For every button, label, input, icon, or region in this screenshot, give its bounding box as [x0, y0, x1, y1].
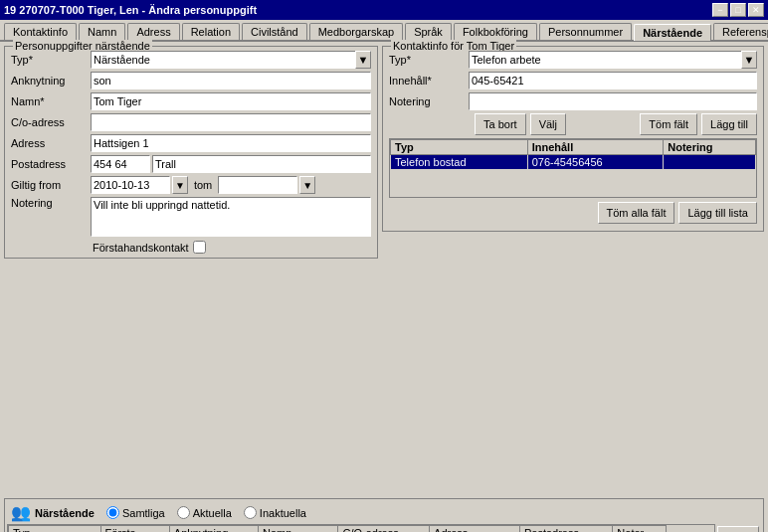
narstående-label: Närstående [35, 507, 95, 519]
right-notering-input[interactable] [469, 92, 757, 110]
namn-label: Namn* [11, 95, 91, 107]
from-date-input[interactable] [91, 176, 170, 194]
narstående-title-row: 👥 Närstående [11, 503, 95, 522]
postadress-row: Postadress [11, 155, 371, 173]
to-date-picker-button[interactable]: ▼ [299, 176, 315, 194]
col-adress: Adress [430, 526, 520, 533]
right-notering-label: Notering [389, 95, 469, 107]
narstående-header: 👥 Närstående Samtliga Aktuella Inaktuell… [7, 501, 761, 524]
bottom-buttons: Töm alla fält Lägg till lista [389, 202, 757, 224]
tom-falt-button[interactable]: Töm fält [640, 113, 697, 135]
right-typ-select-wrapper: Telefon arbete Telefon bostad Mobil E-po… [469, 51, 757, 69]
city-input[interactable] [152, 155, 371, 173]
tab-namn[interactable]: Namn [79, 23, 125, 40]
contact-table-container: Typ Innehåll Notering Telefon bostad 076… [389, 138, 757, 198]
lagg-till-lista-button[interactable]: Lägg till lista [678, 202, 757, 224]
co-adress-label: C/o-adress [11, 116, 91, 128]
window-title: 19 270707-T000 Tiger, Len - Ändra person… [4, 4, 257, 16]
giltig-from-row: Giltig from ▼ tom ▼ [11, 176, 371, 194]
forstahandskontakt-checkbox[interactable] [193, 241, 206, 254]
co-adress-input[interactable] [91, 113, 371, 131]
narstående-table: Typ Första... Anknytning Namn C/O-adress… [8, 525, 667, 532]
tab-medborgarskap[interactable]: Medborgarskap [309, 23, 403, 40]
narstående-valj-button[interactable]: Välj [717, 526, 759, 532]
tab-kontaktinfo[interactable]: Kontaktinfo [4, 23, 77, 40]
radio-inaktuella[interactable]: Inaktuella [244, 506, 306, 519]
forstahandskontakt-label: Förstahandskontakt [93, 242, 189, 254]
innehall-row: Innehåll* [389, 72, 757, 89]
radio-samtliga[interactable]: Samtliga [106, 506, 165, 519]
namn-row: Namn* [11, 92, 371, 110]
right-typ-label: Typ* [389, 54, 469, 66]
typ-row: Typ* Närstående Kontakt Annan ▼ [11, 51, 371, 69]
contact-col-notering: Notering [664, 140, 756, 155]
narstående-icon: 👥 [11, 503, 31, 522]
tab-sprak[interactable]: Språk [405, 23, 452, 40]
contact-action-buttons: Ta bort Välj Töm fält Lägg till [389, 113, 757, 135]
ta-bort-button[interactable]: Ta bort [475, 113, 526, 135]
contact-col-innehall: Innehåll [527, 140, 664, 155]
giltig-from-label: Giltig from [11, 179, 91, 191]
title-bar: 19 270707-T000 Tiger, Len - Ändra person… [0, 0, 768, 20]
right-typ-select[interactable]: Telefon arbete Telefon bostad Mobil E-po… [469, 51, 757, 69]
tom-alla-falt-button[interactable]: Töm alla fält [598, 202, 675, 224]
typ-select-wrapper: Närstående Kontakt Annan ▼ [91, 51, 371, 69]
notering-label: Notering [11, 197, 91, 209]
tab-narstående[interactable]: Närstående [634, 24, 711, 41]
to-date-input[interactable] [218, 176, 297, 194]
narstående-scroll-area[interactable]: Typ Första... Anknytning Namn C/O-adress… [7, 524, 715, 532]
left-panel: Personuppgifter närstående Typ* Närståen… [4, 46, 378, 494]
anknytning-input[interactable] [91, 72, 371, 89]
tab-personnummer[interactable]: Personnummer [539, 23, 632, 40]
radio-samtliga-label: Samtliga [122, 507, 165, 519]
contact-innehall-cell: 076-45456456 [527, 155, 664, 170]
co-adress-row: C/o-adress [11, 113, 371, 131]
radio-aktuella-label: Aktuella [193, 507, 232, 519]
main-content: Personuppgifter närstående Typ* Närståen… [0, 42, 768, 498]
tabs-bar: Kontaktinfo Namn Adress Relation Civilst… [0, 20, 768, 42]
radio-aktuella[interactable]: Aktuella [177, 506, 232, 519]
col-postadress: Postadress [519, 526, 612, 533]
postcode-input[interactable] [91, 155, 150, 173]
anknytning-label: Anknytning [11, 75, 91, 87]
contact-col-typ: Typ [391, 140, 528, 155]
notering-textarea[interactable]: Vill inte bli uppringd nattetid. [91, 197, 371, 237]
col-typ: Typ [9, 526, 101, 533]
tab-referensperson[interactable]: Referensperson [713, 23, 768, 40]
adress-row: Adress [11, 134, 371, 152]
tab-folkbokforing[interactable]: Folkbokföring [454, 23, 537, 40]
adress-input[interactable] [91, 134, 371, 152]
tab-relation[interactable]: Relation [182, 23, 240, 40]
date-row: ▼ tom ▼ [91, 176, 315, 194]
personuppgifter-group: Personuppgifter närstående Typ* Närståen… [4, 46, 378, 259]
innehall-input[interactable] [469, 72, 757, 89]
bottom-section: 👥 Närstående Samtliga Aktuella Inaktuell… [0, 498, 768, 532]
col-co-adress: C/O-adress [338, 526, 430, 533]
tab-civilstand[interactable]: Civilstånd [242, 23, 307, 40]
adress-label: Adress [11, 137, 91, 149]
narstående-table-scroll: Typ Första... Anknytning Namn C/O-adress… [7, 524, 715, 532]
valj-button[interactable]: Välj [530, 113, 566, 135]
notering-row: Notering Vill inte bli uppringd nattetid… [11, 197, 371, 237]
lagg-till-button[interactable]: Lägg till [701, 113, 757, 135]
contact-table-row[interactable]: Telefon bostad 076-45456456 [391, 155, 756, 170]
close-button[interactable]: ✕ [748, 3, 764, 17]
radio-inaktuella-label: Inaktuella [260, 507, 306, 519]
tom-label: tom [194, 179, 212, 191]
right-typ-row: Typ* Telefon arbete Telefon bostad Mobil… [389, 51, 757, 69]
tab-adress[interactable]: Adress [127, 23, 179, 40]
typ-select[interactable]: Närstående Kontakt Annan [91, 51, 371, 69]
from-date-picker-button[interactable]: ▼ [172, 176, 188, 194]
window-controls: − □ ✕ [712, 3, 764, 17]
col-forsta: Första... [100, 526, 169, 533]
namn-input[interactable] [91, 92, 371, 110]
minimize-button[interactable]: − [712, 3, 728, 17]
anknytning-row: Anknytning [11, 72, 371, 89]
col-noter: Noter [613, 526, 667, 533]
kontaktinfo-group: Kontaktinfo för Tom Tiger Typ* Telefon a… [382, 46, 764, 232]
narstående-group: 👥 Närstående Samtliga Aktuella Inaktuell… [4, 498, 764, 532]
radio-group: Samtliga Aktuella Inaktuella [106, 506, 306, 519]
maximize-button[interactable]: □ [730, 3, 746, 17]
typ-label: Typ* [11, 54, 91, 66]
narstående-side-buttons: Välj Ta bort [715, 524, 761, 532]
